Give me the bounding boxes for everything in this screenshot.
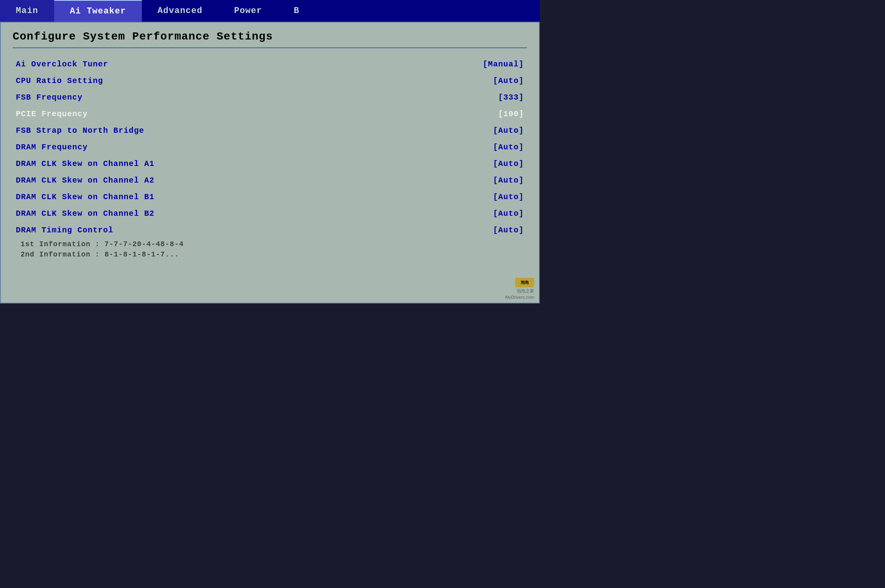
watermark-site2: MyDrivers.com bbox=[505, 295, 534, 300]
setting-label-dram-clk-a1: DRAM CLK Skew on Channel A1 bbox=[16, 159, 154, 168]
setting-value-dram-clk-a1: [Auto] bbox=[493, 159, 524, 168]
tab-advanced-label: Advanced bbox=[158, 6, 203, 16]
setting-row-pcie-freq[interactable]: PCIE Frequency [100] bbox=[13, 106, 527, 122]
setting-label-fsb-strap: FSB Strap to North Bridge bbox=[16, 126, 144, 135]
setting-label-ai-overclock: Ai Overclock Tuner bbox=[16, 60, 108, 69]
setting-row-cpu-ratio[interactable]: CPU Ratio Setting [Auto] bbox=[13, 73, 527, 89]
setting-value-dram-timing: [Auto] bbox=[493, 226, 524, 235]
tab-power-label: Power bbox=[234, 6, 262, 16]
tab-boot[interactable]: B bbox=[278, 0, 315, 22]
info-label-2nd: 2nd Information : 8-1-8-1-8-1-7... bbox=[21, 251, 179, 258]
setting-row-dram-clk-b1[interactable]: DRAM CLK Skew on Channel B1 [Auto] bbox=[13, 189, 527, 205]
watermark-logo: 泡泡 bbox=[515, 278, 534, 287]
tab-main-label: Main bbox=[16, 6, 38, 16]
setting-row-dram-freq[interactable]: DRAM Frequency [Auto] bbox=[13, 139, 527, 155]
tab-ai-tweaker-label: Ai Tweaker bbox=[70, 6, 126, 16]
setting-label-dram-clk-b1: DRAM CLK Skew on Channel B1 bbox=[16, 192, 154, 202]
settings-list: Ai Overclock Tuner [Manual] CPU Ratio Se… bbox=[13, 56, 527, 260]
page-title: Configure System Performance Settings bbox=[13, 30, 527, 43]
content-area: Configure System Performance Settings Ai… bbox=[0, 22, 540, 303]
watermark: 泡泡 泡泡之家 MyDrivers.com bbox=[505, 278, 534, 300]
setting-label-dram-clk-a2: DRAM CLK Skew on Channel A2 bbox=[16, 176, 154, 185]
setting-value-fsb-strap: [Auto] bbox=[493, 126, 524, 135]
setting-row-ai-overclock[interactable]: Ai Overclock Tuner [Manual] bbox=[13, 56, 527, 72]
setting-label-cpu-ratio: CPU Ratio Setting bbox=[16, 76, 103, 85]
info-label-1st: 1st Information : 7-7-7-20-4-48-8-4 bbox=[21, 240, 184, 248]
nav-tabs: Main Ai Tweaker Advanced Power B bbox=[0, 0, 540, 22]
setting-value-cpu-ratio: [Auto] bbox=[493, 76, 524, 85]
setting-row-fsb-strap[interactable]: FSB Strap to North Bridge [Auto] bbox=[13, 122, 527, 138]
tab-power[interactable]: Power bbox=[218, 0, 278, 22]
setting-value-ai-overclock: [Manual] bbox=[483, 60, 524, 69]
setting-value-fsb-freq: [333] bbox=[498, 93, 524, 102]
setting-value-pcie-freq: [100] bbox=[498, 109, 524, 119]
tab-advanced[interactable]: Advanced bbox=[142, 0, 218, 22]
info-row-2nd: 2nd Information : 8-1-8-1-8-1-7... bbox=[13, 249, 527, 260]
tab-boot-label: B bbox=[294, 6, 299, 16]
setting-label-dram-timing: DRAM Timing Control bbox=[16, 226, 113, 235]
divider bbox=[13, 47, 527, 48]
setting-label-pcie-freq: PCIE Frequency bbox=[16, 109, 88, 119]
bios-screen: BIOS SETUP UTILITY Main Ai Tweaker Advan… bbox=[0, 0, 540, 303]
setting-value-dram-clk-a2: [Auto] bbox=[493, 176, 524, 185]
setting-label-fsb-freq: FSB Frequency bbox=[16, 93, 83, 102]
setting-value-dram-freq: [Auto] bbox=[493, 143, 524, 152]
tab-main[interactable]: Main bbox=[0, 0, 54, 22]
setting-value-dram-clk-b2: [Auto] bbox=[493, 209, 524, 218]
setting-label-dram-clk-b2: DRAM CLK Skew on Channel B2 bbox=[16, 209, 154, 218]
setting-label-dram-freq: DRAM Frequency bbox=[16, 143, 88, 152]
setting-row-dram-timing[interactable]: DRAM Timing Control [Auto] bbox=[13, 222, 527, 238]
setting-row-dram-clk-a1[interactable]: DRAM CLK Skew on Channel A1 [Auto] bbox=[13, 156, 527, 172]
setting-row-dram-clk-b2[interactable]: DRAM CLK Skew on Channel B2 [Auto] bbox=[13, 205, 527, 221]
setting-row-dram-clk-a2[interactable]: DRAM CLK Skew on Channel A2 [Auto] bbox=[13, 172, 527, 188]
info-row-1st: 1st Information : 7-7-7-20-4-48-8-4 bbox=[13, 239, 527, 248]
setting-value-dram-clk-b1: [Auto] bbox=[493, 192, 524, 202]
watermark-site1: 泡泡之家 bbox=[517, 288, 534, 294]
setting-row-fsb-freq[interactable]: FSB Frequency [333] bbox=[13, 89, 527, 105]
tab-ai-tweaker[interactable]: Ai Tweaker bbox=[54, 0, 142, 22]
